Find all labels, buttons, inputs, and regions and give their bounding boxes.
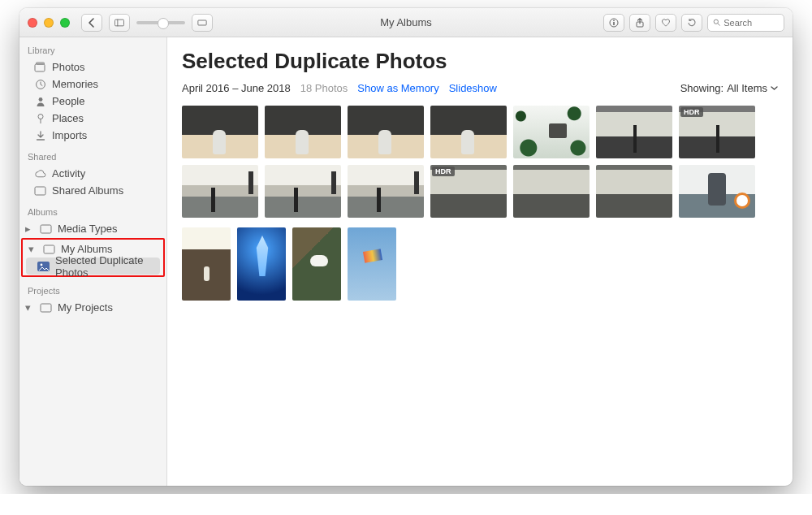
photo-thumbnail[interactable]	[513, 106, 590, 158]
rect-icon	[197, 18, 207, 28]
showing-filter[interactable]: Showing: All Items	[680, 82, 778, 94]
slideshow-link[interactable]: Slideshow	[449, 82, 497, 94]
sidebar-item-my-projects[interactable]: ▾ My Projects	[19, 299, 166, 316]
sidebar-section-library: Library	[19, 37, 166, 58]
chevron-down-icon	[771, 84, 778, 92]
photo-thumbnail[interactable]	[182, 227, 231, 301]
download-icon	[34, 130, 46, 141]
album-icon	[43, 244, 55, 255]
photo-thumbnail[interactable]	[292, 227, 341, 301]
photo-thumbnail[interactable]	[265, 106, 341, 158]
photo-thumbnail[interactable]	[596, 106, 672, 158]
back-button[interactable]	[81, 14, 102, 32]
sidebar-section-albums: Albums	[19, 199, 166, 220]
album-icon	[40, 302, 52, 314]
disclosure-triangle-icon[interactable]: ▾	[24, 304, 32, 311]
disclosure-triangle-icon[interactable]: ▸	[24, 225, 32, 232]
photo-thumbnail[interactable]	[237, 227, 286, 301]
album-icon	[40, 223, 52, 235]
sidebar-item-imports[interactable]: Imports	[19, 127, 166, 144]
thumb-icon	[37, 261, 50, 272]
sidebar-icon	[114, 18, 124, 28]
sidebar-item-people[interactable]: People	[19, 93, 166, 110]
rotate-button[interactable]	[681, 14, 702, 32]
photo-stack-icon	[34, 62, 46, 73]
pin-icon	[34, 113, 46, 124]
svg-point-7	[714, 19, 718, 24]
svg-rect-2	[198, 20, 206, 25]
sidebar-item-label: Media Types	[58, 223, 117, 235]
sidebar: Library Photos Memories People Places Im…	[19, 37, 167, 486]
photo-count: 18 Photos	[300, 82, 348, 94]
sidebar-item-label: Memories	[52, 78, 98, 90]
zoom-window[interactable]	[60, 18, 70, 28]
sidebar-item-label: Photos	[52, 61, 84, 73]
info-icon	[609, 18, 619, 28]
svg-point-20	[41, 263, 43, 266]
rotate-icon	[687, 18, 697, 28]
sidebar-item-media-types[interactable]: ▸ Media Types	[19, 220, 166, 237]
window-controls	[28, 18, 70, 28]
photo-thumbnail[interactable]	[513, 165, 590, 218]
sidebar-item-label: Places	[52, 112, 84, 124]
app-window: My Albums Library	[19, 8, 793, 486]
sidebar-item-label: Activity	[52, 167, 85, 180]
heart-icon	[661, 18, 671, 28]
sidebar-item-selected-duplicate-photos[interactable]: Selected Duplicate Photos	[26, 258, 160, 275]
disclosure-triangle-icon[interactable]: ▾	[28, 245, 35, 253]
svg-rect-16	[35, 187, 45, 195]
sidebar-item-shared-albums[interactable]: Shared Albums	[19, 182, 166, 199]
svg-point-12	[38, 97, 42, 102]
main-content: Selected Duplicate Photos April 2016 – J…	[167, 37, 793, 486]
sidebar-item-activity[interactable]: Activity	[19, 165, 166, 182]
share-button[interactable]	[629, 14, 650, 32]
svg-rect-10	[37, 63, 45, 64]
photo-thumbnail[interactable]: HDR	[679, 106, 755, 158]
svg-point-4	[613, 19, 615, 21]
zoom-slider[interactable]	[136, 21, 185, 24]
info-button[interactable]	[603, 14, 624, 32]
sidebar-item-label: Selected Duplicate Photos	[55, 254, 153, 279]
photo-thumbnail[interactable]	[182, 106, 258, 158]
photo-thumbnail[interactable]	[348, 106, 424, 158]
photo-thumbnail[interactable]	[430, 106, 507, 158]
svg-rect-5	[613, 22, 615, 25]
sidebar-item-label: People	[52, 95, 84, 107]
photo-thumbnail[interactable]	[182, 165, 258, 218]
show-as-memory-link[interactable]: Show as Memory	[357, 82, 438, 94]
photo-thumbnail[interactable]	[596, 165, 672, 218]
search-icon	[713, 18, 720, 27]
sidebar-toggle[interactable]	[109, 14, 130, 32]
favorite-button[interactable]	[655, 14, 676, 32]
titlebar: My Albums	[19, 8, 793, 37]
sidebar-item-memories[interactable]: Memories	[19, 76, 166, 93]
sidebar-item-places[interactable]: Places	[19, 110, 166, 127]
close-window[interactable]	[28, 18, 37, 28]
svg-point-13	[38, 114, 43, 119]
date-range: April 2016 – June 2018	[182, 82, 291, 94]
cloud-icon	[34, 168, 46, 180]
svg-rect-21	[41, 304, 51, 312]
page-title: Selected Duplicate Photos	[182, 49, 778, 74]
search-field[interactable]	[707, 14, 784, 32]
share-icon	[635, 18, 645, 28]
showing-value: All Items	[727, 82, 767, 94]
highlight-annotation: ▾ My Albums Selected Duplicate Photos	[21, 238, 165, 277]
meta-row: April 2016 – June 2018 18 Photos Show as…	[182, 82, 778, 94]
showing-label: Showing:	[680, 82, 723, 94]
photo-thumbnail[interactable]	[348, 165, 424, 218]
photo-thumbnail[interactable]	[348, 227, 396, 301]
svg-rect-0	[114, 19, 123, 26]
search-input[interactable]	[723, 18, 779, 28]
sidebar-item-photos[interactable]: Photos	[19, 58, 166, 76]
sidebar-section-shared: Shared	[19, 144, 166, 165]
svg-rect-17	[41, 225, 51, 233]
sidebar-item-label: Imports	[52, 129, 87, 141]
photo-thumbnail[interactable]: HDR	[430, 165, 507, 218]
minimize-window[interactable]	[44, 18, 54, 28]
photo-thumbnail[interactable]	[679, 165, 755, 218]
photo-thumbnail[interactable]	[265, 165, 341, 218]
aspect-toggle[interactable]	[192, 14, 213, 32]
hdr-badge: HDR	[432, 167, 455, 176]
sidebar-item-label: Shared Albums	[52, 184, 123, 197]
